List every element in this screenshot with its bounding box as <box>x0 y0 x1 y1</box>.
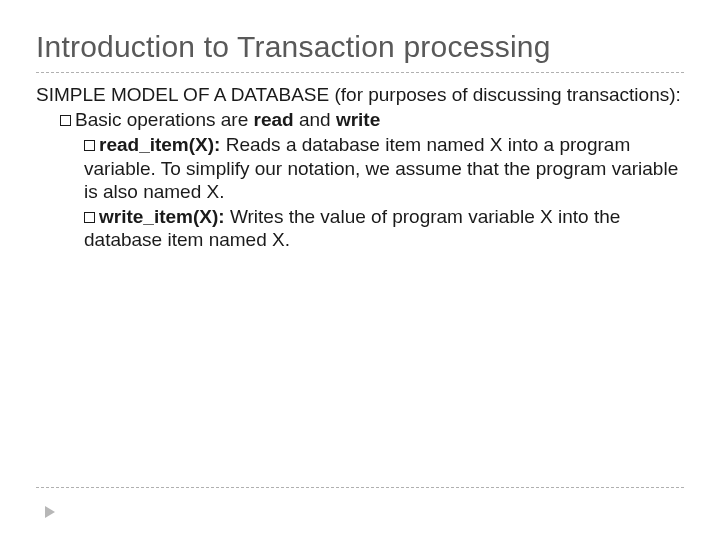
slide-title: Introduction to Transaction processing <box>36 30 684 64</box>
basic-ops-read: read <box>254 109 294 130</box>
basic-ops-and: and <box>294 109 336 130</box>
title-divider <box>36 72 684 73</box>
arrow-right-icon <box>45 506 55 518</box>
footer-divider <box>36 487 684 488</box>
slide: Introduction to Transaction processing S… <box>0 0 720 540</box>
basic-ops-write: write <box>336 109 380 130</box>
slide-body: SIMPLE MODEL OF A DATABASE (for purposes… <box>36 83 684 251</box>
square-bullet-icon <box>60 115 71 126</box>
basic-ops-pre: Basic operations are <box>75 109 254 130</box>
intro-paragraph: SIMPLE MODEL OF A DATABASE (for purposes… <box>36 83 684 106</box>
square-bullet-icon <box>84 140 95 151</box>
bullet-basic-ops: Basic operations are read and write <box>36 108 684 131</box>
read-item-label: read_item(X): <box>99 134 220 155</box>
bullet-write-item: write_item(X): Writes the value of progr… <box>36 205 684 251</box>
bullet-read-item: read_item(X): Reads a database item name… <box>36 133 684 203</box>
write-item-label: write_item(X): <box>99 206 225 227</box>
square-bullet-icon <box>84 212 95 223</box>
intro-text: SIMPLE MODEL OF A DATABASE (for purposes… <box>60 83 684 106</box>
